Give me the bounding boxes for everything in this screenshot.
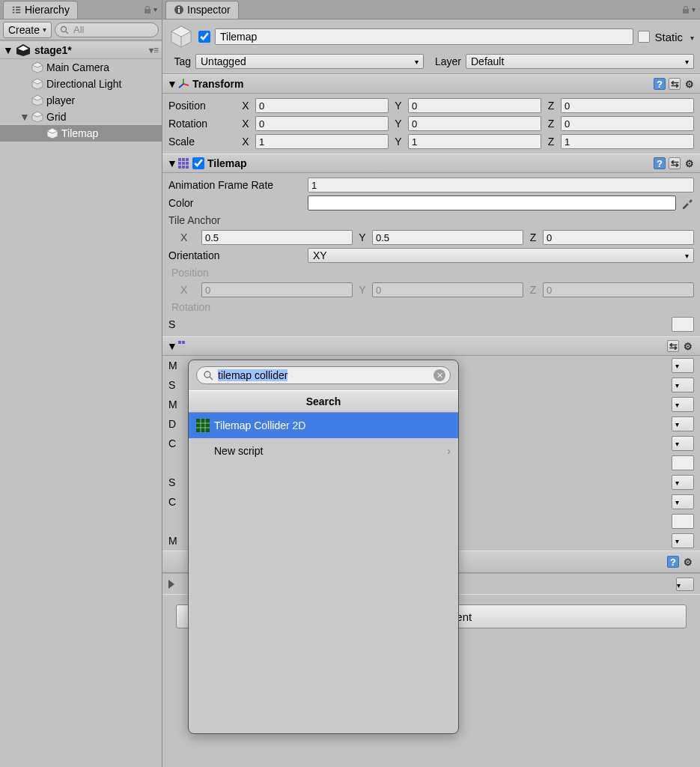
tile-anchor-label: Tile Anchor bbox=[168, 214, 221, 226]
obscured-dropdown[interactable] bbox=[672, 397, 694, 412]
anchor-y-input[interactable] bbox=[372, 230, 523, 245]
fold-icon[interactable]: ▼ bbox=[167, 78, 174, 90]
orientation-label: Orientation bbox=[168, 249, 303, 261]
hierarchy-item[interactable]: Main Camera bbox=[0, 59, 162, 76]
fold-icon[interactable]: ▼ bbox=[167, 157, 174, 169]
gameobject-name-input[interactable] bbox=[215, 28, 633, 45]
gameobject-icon bbox=[31, 61, 43, 73]
orientation-dropdown[interactable]: XY bbox=[308, 248, 694, 263]
gear-icon[interactable]: ⚙ bbox=[684, 157, 696, 169]
svg-line-21 bbox=[183, 84, 189, 85]
transform-body: Position X Y Z Rotation X Y Z Scale X Y … bbox=[162, 94, 700, 154]
position-z-input[interactable] bbox=[561, 98, 694, 113]
tilemap-rotation-label: Rotation bbox=[168, 301, 210, 313]
hierarchy-tab[interactable]: Hierarchy bbox=[3, 1, 78, 19]
obscured-dropdown[interactable] bbox=[672, 358, 694, 373]
hierarchy-item[interactable]: player bbox=[0, 92, 162, 109]
hierarchy-item[interactable]: Directional Light bbox=[0, 76, 162, 92]
preset-icon[interactable]: ⇆ bbox=[669, 157, 681, 169]
scale-z-input[interactable] bbox=[561, 134, 694, 149]
gameobject-header: Static Tag Untagged Layer Default bbox=[162, 19, 700, 74]
help-icon[interactable]: ? bbox=[654, 157, 666, 169]
search-icon bbox=[60, 25, 69, 34]
help-icon[interactable]: ? bbox=[654, 78, 666, 90]
tilemap-enabled-checkbox[interactable] bbox=[192, 157, 204, 169]
hierarchy-item-label: Main Camera bbox=[46, 61, 109, 73]
gameobject-icon[interactable] bbox=[168, 24, 194, 49]
transform-icon bbox=[177, 78, 189, 90]
obscured-dropdown[interactable] bbox=[672, 494, 694, 509]
gameobject-icon bbox=[31, 94, 43, 106]
component-search-text[interactable] bbox=[218, 369, 429, 381]
clear-search-icon[interactable]: ✕ bbox=[433, 369, 445, 381]
obscured-dropdown[interactable] bbox=[672, 533, 694, 548]
lock-icon bbox=[681, 5, 690, 14]
component-result-item[interactable]: Tilemap Collider 2D bbox=[189, 413, 458, 438]
obscured-input[interactable] bbox=[672, 455, 694, 470]
svg-line-35 bbox=[210, 377, 213, 380]
help-icon[interactable]: ? bbox=[667, 556, 679, 568]
preset-icon[interactable]: ⇆ bbox=[669, 78, 681, 90]
create-button[interactable]: Create bbox=[3, 22, 52, 38]
rotation-label: Rotation bbox=[168, 118, 236, 130]
gameobject-active-checkbox[interactable] bbox=[198, 31, 210, 43]
fold-icon[interactable]: ▼ bbox=[19, 111, 28, 123]
component-search-input[interactable]: ✕ bbox=[196, 366, 451, 384]
hierarchy-item[interactable]: Tilemap bbox=[0, 125, 162, 142]
gear-icon[interactable]: ⚙ bbox=[682, 340, 694, 352]
obscured-dropdown[interactable] bbox=[672, 378, 694, 392]
anchor-z-input[interactable] bbox=[543, 230, 694, 245]
fold-icon[interactable]: ▼ bbox=[3, 44, 12, 56]
preset-icon[interactable]: ⇆ bbox=[667, 340, 679, 352]
obscured-dropdown[interactable] bbox=[672, 416, 694, 431]
gameobject-icon bbox=[31, 111, 43, 123]
layer-dropdown[interactable]: Default bbox=[466, 54, 694, 69]
obscured-dropdown[interactable] bbox=[672, 436, 694, 451]
anim-frame-rate-label: Animation Frame Rate bbox=[168, 179, 303, 191]
hierarchy-item-label: Grid bbox=[46, 111, 66, 123]
inspector-lock-menu[interactable]: ▾ bbox=[681, 5, 696, 14]
obscured-input[interactable] bbox=[672, 514, 694, 529]
anchor-x-input[interactable] bbox=[201, 230, 353, 245]
inspector-tab[interactable]: Inspector bbox=[165, 1, 239, 19]
tilemap-collider-icon bbox=[196, 419, 210, 432]
chevron-right-icon: › bbox=[447, 445, 451, 457]
scale-x-input[interactable] bbox=[255, 134, 389, 149]
obscured-component-header[interactable]: ▼ ⇆ ⚙ bbox=[162, 336, 700, 356]
position-y-input[interactable] bbox=[408, 98, 541, 113]
scene-row-menu[interactable]: ▾≡ bbox=[149, 45, 159, 55]
component-result-label: Tilemap Collider 2D bbox=[214, 419, 305, 431]
gear-icon[interactable]: ⚙ bbox=[684, 78, 696, 90]
fold-icon[interactable]: ▼ bbox=[167, 340, 174, 352]
obscured-dropdown[interactable] bbox=[676, 577, 694, 591]
info-icon bbox=[174, 4, 184, 15]
tilemap-body: Animation Frame Rate Color Tile Anchor X… bbox=[162, 173, 700, 336]
position-x-input[interactable] bbox=[255, 98, 389, 113]
hierarchy-search-placeholder: All bbox=[73, 24, 84, 35]
hierarchy-search-input[interactable]: All bbox=[55, 22, 159, 37]
eyedropper-icon[interactable] bbox=[681, 196, 694, 210]
gear-icon[interactable]: ⚙ bbox=[682, 556, 694, 568]
hierarchy-tab-bar: Hierarchy ▾ bbox=[0, 0, 162, 19]
rotation-y-input[interactable] bbox=[408, 116, 541, 131]
rotation-z-input[interactable] bbox=[561, 116, 694, 131]
static-checkbox[interactable] bbox=[638, 31, 650, 43]
obscured-dropdown[interactable] bbox=[672, 475, 694, 490]
play-icon[interactable] bbox=[168, 580, 174, 589]
scale-y-input[interactable] bbox=[408, 134, 541, 149]
anim-frame-rate-input[interactable] bbox=[308, 178, 694, 192]
svg-point-0 bbox=[61, 26, 67, 31]
hierarchy-item[interactable]: ▼ Grid bbox=[0, 109, 162, 125]
color-swatch[interactable] bbox=[308, 195, 676, 210]
static-dropdown[interactable] bbox=[687, 31, 694, 43]
unity-logo-icon bbox=[15, 43, 31, 57]
rotation-x-input[interactable] bbox=[255, 116, 389, 131]
add-component-popup: ✕ Search Tilemap Collider 2DNew script› bbox=[188, 360, 459, 734]
transform-component-header[interactable]: ▼ Transform ? ⇆ ⚙ bbox=[162, 74, 700, 94]
component-result-item[interactable]: New script› bbox=[189, 438, 458, 464]
tilemap-component-header[interactable]: ▼ Tilemap ? ⇆ ⚙ bbox=[162, 154, 700, 173]
obscured-input[interactable] bbox=[672, 317, 694, 332]
tag-dropdown[interactable]: Untagged bbox=[195, 54, 424, 69]
panel-lock-menu[interactable]: ▾ bbox=[143, 5, 157, 14]
scene-row[interactable]: ▼ stage1* ▾≡ bbox=[0, 42, 162, 59]
